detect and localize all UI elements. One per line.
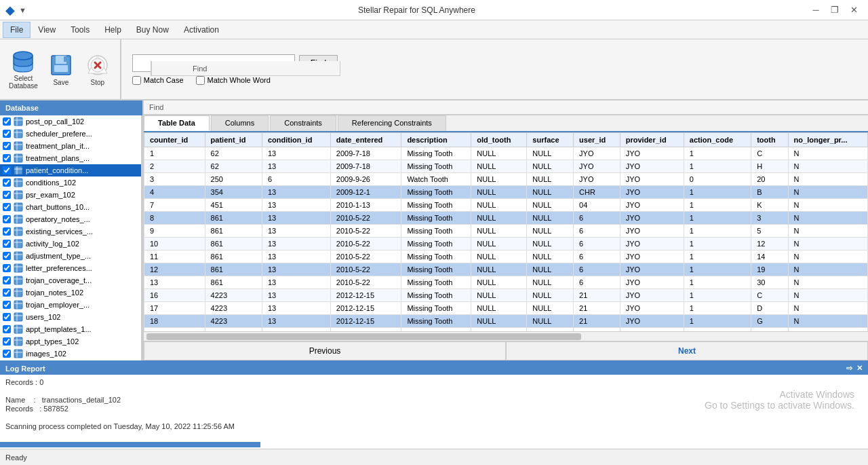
cell-5-6: NULL [527,212,574,225]
restore-button[interactable]: ❐ [826,3,844,17]
sidebar-item-5[interactable]: conditions_102 [0,176,141,189]
sidebar-checkbox-15[interactable] [3,301,11,309]
tab-constraints[interactable]: Constraints [270,115,336,131]
table-row-0[interactable]: 162132009-7-18Missing ToothNULLNULLJYOJY… [144,147,868,160]
next-button[interactable]: Next [506,341,868,360]
sidebar-checkbox-8[interactable] [3,215,11,223]
h-scrollbar[interactable] [144,331,868,341]
sidebar-item-16[interactable]: users_102 [0,311,141,323]
quick-access: ▼ [19,6,26,14]
previous-button[interactable]: Previous [144,341,506,360]
tab-referencing-constraints[interactable]: Referencing Constraints [338,115,446,131]
sidebar-checkbox-2[interactable] [3,142,11,150]
sidebar-checkbox-6[interactable] [3,191,11,199]
log-icon-1[interactable]: ⇨ [846,364,852,373]
menu-help[interactable]: Help [97,22,129,38]
table-row-10[interactable]: 13861132010-5-22Missing ToothNULLNULL6JY… [144,276,868,289]
sidebar-item-0[interactable]: post_op_call_102 [0,115,141,128]
sidebar-checkbox-11[interactable] [3,252,11,260]
menu-tools[interactable]: Tools [63,22,97,38]
table-row-3[interactable]: 4354132009-12-1Missing ToothNULLNULLCHRJ… [144,186,868,199]
tab-columns[interactable]: Columns [211,115,269,131]
table-row-5[interactable]: 8861132010-5-22Missing ToothNULLNULL6JYO… [144,212,868,225]
table-row-13[interactable]: 184223132012-12-15Missing ToothNULLNULL2… [144,315,868,328]
cell-11-11: N [788,289,867,302]
table-row-7[interactable]: 10861132010-5-22Missing ToothNULLNULL6JY… [144,238,868,250]
sidebar-checkbox-0[interactable] [3,117,11,126]
sidebar-item-6[interactable]: psr_exam_102 [0,189,141,201]
cell-12-9: 1 [684,302,751,315]
table-row-1[interactable]: 262132009-7-18Missing ToothNULLNULLJYOJY… [144,160,868,173]
menu-file[interactable]: File [3,22,31,38]
table-row-12[interactable]: 174223132012-12-15Missing ToothNULLNULL2… [144,302,868,315]
sidebar-checkbox-10[interactable] [3,240,11,248]
menu-bar: File View Tools Help Buy Now Activation [0,20,868,39]
save-button[interactable]: Save [44,50,78,90]
sidebar-label-18: appt_types_102 [26,337,79,346]
sidebar-item-17[interactable]: appt_templates_1... [0,323,141,335]
match-case-label[interactable]: Match Case [132,76,184,85]
sidebar-item-8[interactable]: operatory_notes_... [0,213,141,225]
cell-6-7: 6 [574,225,620,238]
minimize-button[interactable]: ─ [807,3,825,17]
log-icon-2[interactable]: ✕ [856,364,863,373]
sidebar-item-13[interactable]: trojan_coverage_t... [0,274,141,286]
sidebar-item-10[interactable]: activity_log_102 [0,238,141,250]
cell-12-2: 13 [262,302,330,315]
sidebar-item-9[interactable]: existing_services_... [0,225,141,238]
data-table: counter_id patient_id condition_id date_… [144,132,868,331]
sidebar-label-16: users_102 [26,313,60,321]
sidebar-checkbox-14[interactable] [3,289,11,297]
cell-3-0: 4 [144,186,205,199]
sidebar-item-14[interactable]: trojan_notes_102 [0,286,141,299]
match-whole-word-checkbox[interactable] [196,76,205,85]
table-row-11[interactable]: 164223132012-12-15Missing ToothNULLNULL2… [144,289,868,302]
match-whole-word-label[interactable]: Match Whole Word [196,76,271,85]
sidebar-item-3[interactable]: treatment_plans_... [0,152,141,164]
sidebar-item-19[interactable]: images_102 [0,348,141,360]
svg-rect-29 [14,191,22,199]
match-case-checkbox[interactable] [132,76,141,85]
sidebar-checkbox-9[interactable] [3,227,11,236]
sidebar-item-4[interactable]: patient_condition... [0,164,141,176]
sidebar-item-7[interactable]: chart_buttons_10... [0,201,141,213]
cell-9-7: 6 [574,263,620,276]
table-row-9[interactable]: 12861132010-5-22Missing ToothNULLNULL6JY… [144,263,868,276]
sidebar-checkbox-12[interactable] [3,264,11,272]
sidebar-item-20[interactable]: appt_log_102 [0,360,141,360]
sidebar-item-18[interactable]: appt_types_102 [0,335,141,348]
sidebar-checkbox-5[interactable] [3,179,11,187]
menu-activation[interactable]: Activation [176,22,226,38]
menu-view[interactable]: View [31,22,63,38]
table-row-4[interactable]: 7451132010-1-13Missing ToothNULLNULL04JY… [144,199,868,212]
sidebar-item-12[interactable]: letter_preferences... [0,262,141,274]
sidebar-item-1[interactable]: scheduler_prefere... [0,128,141,140]
close-button[interactable]: ✕ [845,3,863,17]
sidebar-checkbox-17[interactable] [3,325,11,333]
col-user-id: user_id [574,133,620,147]
sidebar-checkbox-16[interactable] [3,313,11,321]
sidebar-checkbox-1[interactable] [3,130,11,138]
match-whole-word-text: Match Whole Word [208,76,271,84]
cell-0-1: 62 [205,147,262,160]
menu-buy-now[interactable]: Buy Now [129,22,176,38]
sidebar-checkbox-18[interactable] [3,337,11,346]
sidebar-item-2[interactable]: treatment_plan_it... [0,140,141,152]
table-row-8[interactable]: 11861132010-5-22Missing ToothNULLNULL6JY… [144,250,868,263]
toolbar: Select Database Save [0,39,868,100]
sidebar-item-11[interactable]: adjustment_type_... [0,250,141,262]
sidebar-item-15[interactable]: trojan_employer_... [0,299,141,311]
table-row-6[interactable]: 9861132010-5-22Missing ToothNULLNULL6JYO… [144,225,868,238]
cell-6-11: N [788,225,867,238]
select-database-button[interactable]: Select Database [5,45,41,93]
tab-table-data[interactable]: Table Data [144,115,210,131]
sidebar-checkbox-3[interactable] [3,154,11,162]
sidebar-checkbox-13[interactable] [3,276,11,284]
cell-6-8: JYO [620,225,684,238]
sidebar-label-4: patient_condition... [26,166,88,174]
sidebar-checkbox-19[interactable] [3,350,11,358]
sidebar-checkbox-4[interactable] [3,166,11,174]
stop-button[interactable]: Stop [81,50,115,90]
table-row-2[interactable]: 325062009-9-26Watch ToothNULLNULLJYOJYO0… [144,173,868,186]
sidebar-checkbox-7[interactable] [3,203,11,211]
